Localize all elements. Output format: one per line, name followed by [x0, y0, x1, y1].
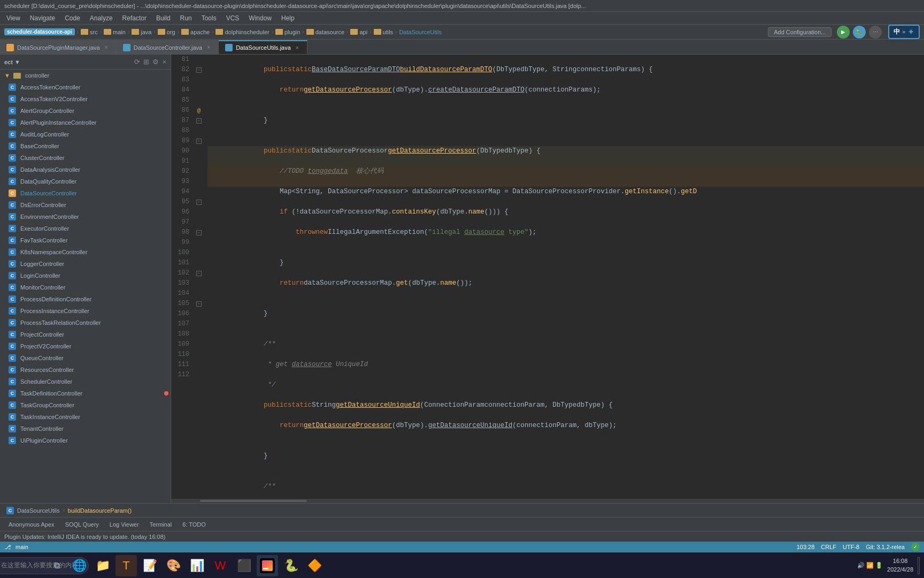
bc-api[interactable]: api	[350, 29, 367, 35]
taskbar-edge[interactable]: 🌐	[68, 555, 90, 576]
taskbar-app4[interactable]: 📝	[139, 555, 160, 576]
sidebar-item-datasourcecontroller[interactable]: C DataSourceController	[0, 187, 171, 199]
sidebar-item-1[interactable]: C AccessTokenV2Controller	[0, 93, 171, 105]
sidebar-settings-icon[interactable]: ⚙	[152, 58, 159, 66]
taskbar-app5[interactable]: 🎨	[163, 555, 184, 576]
menu-window[interactable]: Window	[244, 13, 276, 23]
fold-86[interactable]: −	[196, 118, 202, 124]
sidebar-item-30[interactable]: C UiPluginController	[0, 435, 171, 446]
taskbar-app9[interactable]: 🐍	[280, 555, 302, 576]
tool-terminal[interactable]: Terminal	[145, 520, 176, 529]
sidebar-folder-controller[interactable]: ▼ controller	[0, 70, 171, 81]
sidebar-item-12[interactable]: C ExecutorController	[0, 223, 171, 234]
taskbar-app6[interactable]: 📊	[186, 555, 207, 576]
sidebar-item-3[interactable]: C AlertPluginInstanceController	[0, 117, 171, 128]
add-configuration-button[interactable]: Add Configuration...	[768, 27, 831, 37]
sidebar-item-5[interactable]: C BaseController	[0, 140, 171, 152]
sidebar-item-16[interactable]: C LoginController	[0, 270, 171, 282]
sidebar-item-15[interactable]: C LoggerController	[0, 258, 171, 270]
scrollbar-thumb-h[interactable]	[200, 500, 307, 502]
sidebar-item-14[interactable]: C K8sNamespaceController	[0, 246, 171, 258]
sidebar-item-28[interactable]: C TaskInstanceController	[0, 411, 171, 423]
project-label[interactable]: scheduler-datasource-api	[4, 28, 75, 35]
tool-log-viewer[interactable]: Log Viewer	[105, 520, 143, 529]
gutter-95[interactable]: −	[194, 197, 204, 207]
sidebar-item-25[interactable]: C SchedulerController	[0, 376, 171, 387]
sidebar-item-23[interactable]: C QueueController	[0, 352, 171, 364]
menu-code[interactable]: Code	[60, 13, 84, 23]
sidebar-item-6[interactable]: C ClusterController	[0, 152, 171, 164]
code-content[interactable]: public static BaseDataSourceParamDTO bui…	[204, 55, 924, 503]
taskbar-app8[interactable]: ⬛	[233, 555, 255, 576]
sidebar-item-11[interactable]: C EnvironmentController	[0, 211, 171, 223]
gutter-86-fold[interactable]: −	[194, 116, 204, 126]
fold-98[interactable]: −	[196, 230, 202, 235]
sidebar-item-22[interactable]: C ProjectV2Controller	[0, 340, 171, 352]
menu-analyze[interactable]: Analyze	[86, 13, 117, 23]
bc-org[interactable]: org	[158, 29, 175, 35]
task-view-button[interactable]: ⧉	[47, 556, 66, 575]
menu-navigate[interactable]: Navigate	[26, 13, 59, 23]
bc-file[interactable]: DataSourceUtils	[399, 29, 441, 35]
bc-java[interactable]: java	[132, 29, 151, 35]
horizontal-scrollbar[interactable]	[171, 499, 924, 503]
sidebar-item-24[interactable]: C ResourcesController	[0, 364, 171, 376]
gutter-86[interactable]: @	[194, 105, 204, 116]
menu-refactor[interactable]: Refactor	[118, 13, 151, 23]
sidebar-item-18[interactable]: C ProcessDefinitionController	[0, 293, 171, 305]
tab-datasourcepluginmanager[interactable]: DataSourcePluginManager.java ×	[0, 40, 117, 54]
sidebar-item-10[interactable]: C DsErrorController	[0, 199, 171, 211]
tool-todo[interactable]: 6: TODO	[178, 520, 210, 529]
sidebar-item-21[interactable]: C ProjectController	[0, 329, 171, 340]
bc-dolphin[interactable]: dolphinscheduler	[215, 29, 269, 35]
menu-build[interactable]: Build	[152, 13, 175, 23]
bc-src[interactable]: src	[81, 29, 98, 35]
tool-soql-query[interactable]: SOQL Query	[61, 520, 103, 529]
gutter-82[interactable]: −	[194, 65, 204, 75]
show-desktop-button[interactable]	[918, 557, 920, 574]
sidebar-item-13[interactable]: C FavTaskController	[0, 234, 171, 246]
sidebar-close-icon[interactable]: ×	[162, 58, 166, 66]
fold-95[interactable]: −	[196, 200, 202, 205]
menu-tools[interactable]: Tools	[197, 13, 221, 23]
run-button[interactable]: ▶	[837, 26, 850, 39]
search-button[interactable]: 🔍 在这里输入你要搜索的内容	[26, 556, 45, 575]
bc-utils[interactable]: utils	[374, 29, 394, 35]
gutter-105[interactable]: −	[194, 299, 204, 309]
fold-89[interactable]: −	[196, 139, 202, 144]
fold-102[interactable]: −	[196, 271, 202, 276]
taskbar-intellij[interactable]	[257, 555, 278, 576]
bc-plugin[interactable]: plugin	[275, 29, 300, 35]
tab-datasourceutils[interactable]: DataSourceUtils.java ×	[219, 40, 307, 54]
menu-help[interactable]: Help	[277, 13, 299, 23]
taskbar-explorer[interactable]: 📁	[92, 555, 113, 576]
menu-vcs[interactable]: VCS	[222, 13, 244, 23]
sidebar-item-19[interactable]: C ProcessInstanceController	[0, 305, 171, 317]
sidebar-item-0[interactable]: C AccessTokenController	[0, 81, 171, 93]
tab-close-1[interactable]: ×	[103, 44, 110, 51]
sidebar-item-8[interactable]: C DataQualityController	[0, 176, 171, 187]
debug-button[interactable]: 🐛	[853, 26, 866, 39]
menu-run[interactable]: Run	[176, 13, 196, 23]
sidebar-item-29[interactable]: C TenantController	[0, 423, 171, 435]
sidebar-item-2[interactable]: C AlertGroupController	[0, 105, 171, 117]
tool-anonymous-apex[interactable]: Anonymous Apex	[4, 520, 59, 529]
sidebar-item-4[interactable]: C AuditLogController	[0, 128, 171, 140]
taskbar-sublime[interactable]: T	[116, 555, 137, 576]
tab-datasourcecontroller[interactable]: DataSourceController.java ×	[117, 40, 219, 54]
fold-105[interactable]: −	[196, 301, 202, 307]
tab-close-3[interactable]: ×	[294, 44, 301, 51]
sidebar-item-26[interactable]: C TaskDefinitionController	[0, 387, 171, 399]
gutter-102[interactable]: −	[194, 268, 204, 278]
sidebar-item-27[interactable]: C TaskGroupController	[0, 399, 171, 411]
fold-82[interactable]: −	[196, 67, 202, 73]
sidebar-expand-icon[interactable]: ⊞	[143, 58, 149, 66]
sidebar-item-17[interactable]: C MonitorController	[0, 282, 171, 293]
taskbar-app10[interactable]: 🔶	[304, 555, 325, 576]
menu-view[interactable]: View	[2, 13, 25, 23]
gutter-98[interactable]: −	[194, 227, 204, 238]
gutter-89[interactable]: −	[194, 136, 204, 146]
sidebar-sync-icon[interactable]: ⟳	[134, 58, 140, 66]
more-run-options[interactable]: ⋯	[869, 26, 882, 39]
bc-apache[interactable]: apache	[181, 29, 210, 35]
